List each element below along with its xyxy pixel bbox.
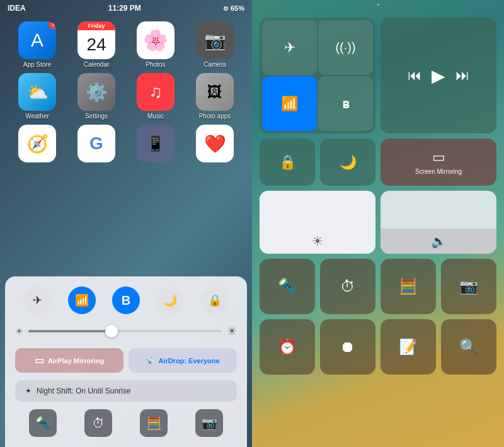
camera-emoji: 📷 [204, 30, 226, 51]
cc-bottom-apps-row: 🔦 ⏱ 🧮 📷 [15, 409, 237, 437]
rcc-flashlight-button[interactable]: 🔦 [260, 259, 315, 314]
rcc-camera-button[interactable]: 📷 [441, 259, 496, 314]
rcc-timer-icon: ⏱ [340, 278, 355, 295]
rcc-wifi-toggle[interactable]: 📶 [262, 76, 317, 131]
rcc-magnifier-button[interactable]: 🔍 [441, 319, 496, 375]
rcc-cellular-icon: ((·)) [335, 40, 355, 55]
app-icon-photos[interactable]: 🌸 Photos [129, 21, 183, 68]
media-play-button[interactable]: ▶ [432, 65, 445, 86]
night-shift-button[interactable]: ✦ Night Shift: On Until Sunrise [15, 380, 237, 402]
photoapps-label: Photo apps [199, 113, 231, 120]
chevron-indicator: ˅ [376, 3, 381, 13]
rcc-sliders-row: ☀ 🔈 [260, 191, 496, 254]
app-icon-camera[interactable]: 📷 Camera [188, 21, 242, 68]
app-icon-photoapps[interactable]: 🖼 Photo apps [188, 73, 242, 120]
donotdisturb-toggle[interactable]: 🌙 [156, 286, 184, 314]
airdrop-icon: 📡 [146, 356, 154, 365]
rcc-moon-button[interactable]: 🌙 [320, 139, 375, 186]
rcc-calculator-button[interactable]: 🧮 [381, 259, 436, 314]
control-center: ✈ 📶 B 🌙 🔒 ☀ ☀ [5, 276, 247, 447]
rcc-alarm-button[interactable]: ⏰ [260, 319, 315, 375]
nightshift-label: Night Shift: On Until Sunrise [37, 387, 130, 395]
battery-label: 65% [231, 4, 244, 12]
camera-icon-img: 📷 [196, 21, 234, 59]
camera-shortcut-button[interactable]: 📷 [195, 409, 223, 437]
wifi-icon: 📶 [75, 293, 89, 307]
rcc-orientation-button[interactable]: 🔒 [260, 139, 315, 186]
media-forward-button[interactable]: ⏭ [455, 67, 469, 84]
app-icon-music[interactable]: ♫ Music [129, 73, 183, 120]
calculator-button[interactable]: 🧮 [140, 409, 168, 437]
rcc-bluetooth-toggle[interactable]: ʙ [318, 76, 373, 131]
timer-button[interactable]: ⏱ [84, 409, 112, 437]
rotation-toggle[interactable]: 🔒 [201, 286, 229, 314]
flashlight-button[interactable]: 🔦 [29, 409, 57, 437]
cc-toggles-row: ✈ 📶 B 🌙 🔒 [15, 286, 237, 314]
weather-label: Weather [25, 113, 49, 120]
airdrop-button[interactable]: 📡 AirDrop: Everyone [129, 348, 237, 373]
app-icon-settings[interactable]: ⚙️ Settings [69, 73, 123, 120]
calendar-day: Friday [77, 21, 115, 30]
photos-icon-img: 🌸 [137, 21, 175, 59]
rotation-icon: 🔒 [208, 293, 222, 307]
app-icon-calendar[interactable]: Friday 24 Calendar [69, 21, 123, 68]
rcc-cellular-toggle[interactable]: ((·)) [318, 20, 373, 75]
photos-inner: 🌸 [137, 21, 175, 59]
brightness-high-icon: ☀ [227, 324, 237, 338]
rcc-record-button[interactable]: ⏺ [320, 319, 375, 375]
carrier-label: IDEA [8, 4, 26, 13]
rcc-airplane-icon: ✈ [284, 40, 295, 56]
rcc-media-player: ⏮ ▶ ⏭ [381, 18, 496, 133]
app-icon-folder[interactable]: 📱 [129, 125, 183, 164]
rcc-airplane-toggle[interactable]: ✈ [262, 20, 317, 75]
rcc-row1: ✈ ((·)) 📶 ʙ ⏮ ▶ ⏭ [260, 18, 496, 133]
rcc-calculator-icon: 🧮 [399, 278, 418, 295]
airplay-mirroring-button[interactable]: ▭ AirPlay Mirroring [15, 348, 123, 373]
photoapps-emoji: 🖼 [207, 83, 222, 101]
airplane-icon: ✈ [33, 293, 42, 307]
app-icon-google[interactable]: G [69, 125, 123, 164]
rcc-magnifier-icon: 🔍 [459, 338, 478, 356]
google-letter: G [89, 133, 103, 154]
rcc-screen-mirroring-button[interactable]: ▭ Screen Mirroring [381, 139, 496, 186]
health-emoji: ❤️ [204, 133, 226, 154]
photoapps-icon-img: 🖼 [196, 73, 234, 111]
rcc-wifi-icon: 📶 [281, 96, 298, 112]
rcc-notes-button[interactable]: 📝 [381, 319, 436, 375]
rcc-volume-slider[interactable]: 🔈 [381, 191, 496, 254]
app-icon-weather[interactable]: ⛅ Weather [10, 73, 64, 120]
brightness-sun-icon: ☀ [312, 234, 323, 254]
bluetooth-icon: B [122, 293, 130, 308]
folder-emoji: 📱 [146, 135, 165, 152]
nightshift-icon: ✦ [25, 387, 32, 395]
brightness-slider[interactable] [28, 330, 222, 332]
rcc-timer-button[interactable]: ⏱ [320, 259, 375, 314]
time-label: 11:29 PM [108, 4, 141, 13]
camera-label: Camera [203, 61, 226, 68]
photos-label: Photos [146, 61, 165, 68]
flashlight-icon: 🔦 [35, 416, 51, 431]
brightness-low-icon: ☀ [15, 326, 23, 336]
brightness-thumb[interactable] [105, 325, 118, 337]
app-icon-appstore[interactable]: A 5 App Store [10, 21, 64, 68]
screen-mirroring-label: Screen Mirroring [415, 168, 462, 175]
calendar-date: 24 [77, 30, 115, 59]
rcc-brightness-slider[interactable]: ☀ [260, 191, 375, 254]
wifi-toggle[interactable]: 📶 [68, 286, 96, 314]
orientation-icon: 🔒 [279, 154, 296, 171]
appstore-icon-img: A 5 [18, 21, 56, 59]
airplane-toggle[interactable]: ✈ [23, 286, 51, 314]
app-icon-safari[interactable]: 🧭 [10, 125, 64, 164]
app-icon-health[interactable]: ❤️ [188, 125, 242, 164]
music-icon-img: ♫ [137, 73, 175, 111]
bluetooth-toggle[interactable]: B [112, 286, 140, 314]
brightness-fill [28, 330, 112, 332]
moon-button-icon: 🌙 [340, 154, 357, 171]
rcc-row4: 🔦 ⏱ 🧮 📷 [260, 259, 496, 314]
timer-icon: ⏱ [92, 416, 105, 431]
settings-emoji: ⚙️ [86, 82, 108, 103]
airplay-label: AirPlay Mirroring [48, 357, 104, 365]
media-rewind-button[interactable]: ⏮ [408, 67, 421, 84]
google-icon-img: G [77, 125, 115, 162]
rcc-row5: ⏰ ⏺ 📝 🔍 [260, 319, 496, 375]
